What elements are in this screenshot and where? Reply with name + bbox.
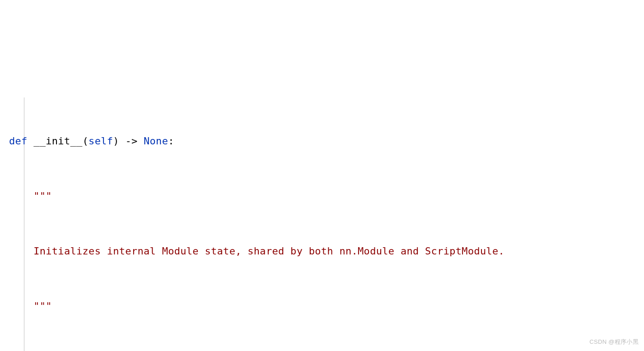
return-type: None — [144, 135, 168, 147]
code-line: """ — [9, 297, 644, 316]
params-end: ) -> — [113, 135, 144, 147]
keyword-def: def — [9, 135, 28, 147]
colon: : — [168, 135, 174, 147]
docstring-text: Initializes internal Module state, share… — [33, 245, 504, 257]
docstring-open: """ — [33, 190, 52, 202]
code-line: Initializes internal Module state, share… — [9, 242, 644, 261]
paren: ( — [83, 135, 89, 147]
watermark: CSDN @程序小黑 — [589, 337, 639, 347]
code-line: """ — [9, 187, 644, 206]
code-line: def __init__(self) -> None: — [9, 132, 644, 151]
function-name: __init__ — [33, 135, 82, 147]
docstring-close: """ — [33, 300, 52, 312]
code-editor[interactable]: def __init__(self) -> None: """ Initiali… — [9, 77, 644, 351]
param-self: self — [89, 135, 113, 147]
